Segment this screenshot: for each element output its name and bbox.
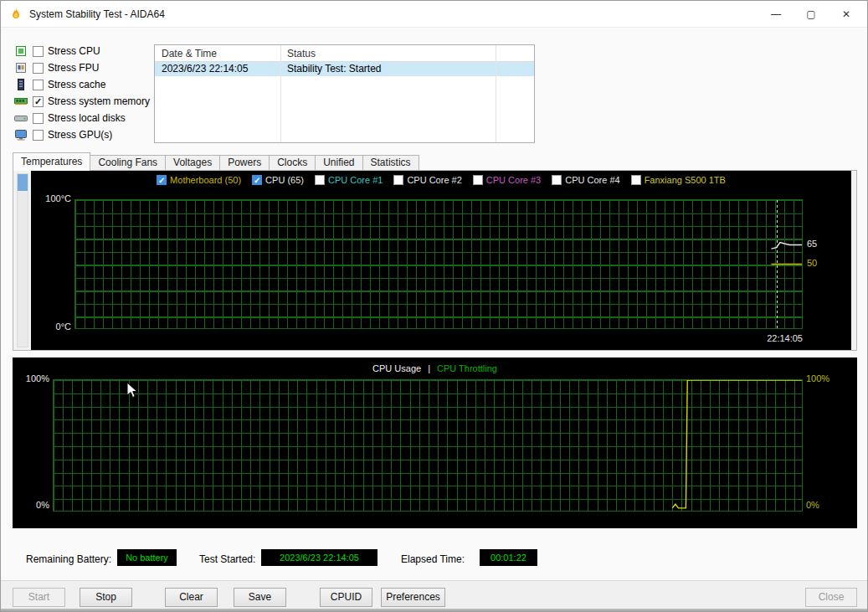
legend-cpu-core-4-label: CPU Core #4 <box>565 175 619 185</box>
stress-cpu-label: Stress CPU <box>48 45 100 57</box>
legend-fanxiang-ssd-label: Fanxiang S500 1TB <box>645 175 726 185</box>
stability-test-window: System Stability Test - AIDA64 — ▢ ✕ Str… <box>0 0 868 612</box>
temperatures-tab-page: Motherboard (50) CPU (65) CPU Core #1 CP… <box>13 170 857 351</box>
tab-cooling-fans[interactable]: Cooling Fans <box>90 155 166 171</box>
window-title: System Stability Test - AIDA64 <box>29 1 165 28</box>
save-button[interactable]: Save <box>234 588 286 607</box>
usage-right-axis-max-label: 100% <box>806 373 829 383</box>
usage-chart-title: CPU Usage|CPU Throttling <box>13 363 857 373</box>
event-log-table[interactable]: Date & Time Status 2023/6/23 22:14:05 St… <box>154 44 535 143</box>
tab-clocks[interactable]: Clocks <box>270 155 316 171</box>
tab-powers[interactable]: Powers <box>220 155 270 171</box>
legend-cpu-core-3-label: CPU Core #3 <box>486 175 541 185</box>
stop-button[interactable]: Stop <box>80 588 132 607</box>
cpu-icon <box>14 45 28 57</box>
maximize-button[interactable]: ▢ <box>794 1 829 28</box>
legend-cpu-core-1-checkbox[interactable] <box>315 175 325 185</box>
stress-memory-checkbox[interactable] <box>33 96 44 107</box>
table-column-divider <box>280 45 281 142</box>
cpuid-button[interactable]: CPUID <box>320 588 372 607</box>
legend-motherboard[interactable]: Motherboard (50) <box>157 175 241 185</box>
stress-option-gpu[interactable]: Stress GPU(s) <box>14 126 150 143</box>
usage-title-cpu-usage: CPU Usage <box>372 363 421 373</box>
minimize-button[interactable]: — <box>758 1 794 28</box>
legend-cpu-core-1[interactable]: CPU Core #1 <box>315 175 383 185</box>
usage-axis-max-label: 100% <box>18 373 49 383</box>
window-controls: — ▢ ✕ <box>758 1 864 28</box>
stress-gpu-checkbox[interactable] <box>33 130 44 141</box>
temp-axis-max-label: 100°C <box>39 193 71 203</box>
usage-axis-min-label: 0% <box>18 500 49 510</box>
title-bar[interactable]: System Stability Test - AIDA64 — ▢ ✕ <box>1 1 867 28</box>
log-row-test-started[interactable]: 2023/6/23 22:14:05 Stability Test: Start… <box>155 62 534 76</box>
preferences-button[interactable]: Preferences <box>381 588 445 607</box>
memory-icon <box>14 95 28 107</box>
stress-option-memory[interactable]: Stress system memory <box>14 93 150 110</box>
stress-option-disks[interactable]: Stress local disks <box>14 110 150 126</box>
stress-option-cpu[interactable]: Stress CPU <box>14 43 150 59</box>
log-cell-datetime: 2023/6/23 22:14:05 <box>162 62 248 76</box>
stress-option-cache[interactable]: Stress cache <box>14 76 150 93</box>
usage-right-axis-min-label: 0% <box>806 500 819 510</box>
temperature-chart: Motherboard (50) CPU (65) CPU Core #1 CP… <box>31 171 851 350</box>
clear-button[interactable]: Clear <box>165 588 218 607</box>
legend-cpu-core-2-label: CPU Core #2 <box>407 175 461 185</box>
legend-cpu-core-4[interactable]: CPU Core #4 <box>552 175 619 185</box>
remaining-battery-label: Remaining Battery: <box>26 553 111 565</box>
legend-cpu-core-4-checkbox[interactable] <box>552 175 562 185</box>
stress-memory-label: Stress system memory <box>48 95 150 107</box>
legend-cpu-core-1-label: CPU Core #1 <box>328 175 383 185</box>
stress-disks-checkbox[interactable] <box>33 113 44 124</box>
legend-cpu-core-2-checkbox[interactable] <box>393 175 403 185</box>
stress-gpu-label: Stress GPU(s) <box>48 129 112 141</box>
stress-fpu-checkbox[interactable] <box>33 63 44 74</box>
usage-title-cpu-throttling: CPU Throttling <box>437 363 497 373</box>
temperature-legend: Motherboard (50) CPU (65) CPU Core #1 CP… <box>31 175 851 185</box>
close-window-button[interactable]: ✕ <box>829 1 864 28</box>
stress-disks-label: Stress local disks <box>48 112 126 124</box>
chart-scrollbar[interactable] <box>17 173 28 347</box>
chart-scrollbar-thumb[interactable] <box>18 174 28 191</box>
temp-axis-min-label: 0°C <box>39 321 71 332</box>
temp-time-axis-label: 22:14:05 <box>732 333 803 343</box>
legend-motherboard-label: Motherboard (50) <box>170 175 241 185</box>
legend-cpu-core-2[interactable]: CPU Core #2 <box>393 175 461 185</box>
temp-current-motherboard-value: 50 <box>807 258 817 268</box>
start-button[interactable]: Start <box>13 588 65 607</box>
test-started-value: 2023/6/23 22:14:05 <box>261 549 378 566</box>
close-button[interactable]: Close <box>805 588 857 607</box>
tab-statistics[interactable]: Statistics <box>363 155 419 171</box>
log-cell-status: Stability Test: Started <box>287 62 382 76</box>
usage-title-separator: | <box>428 363 430 373</box>
table-column-divider <box>496 45 496 142</box>
remaining-battery-value: No battery <box>117 549 177 566</box>
aida64-flame-icon <box>9 8 23 21</box>
column-header-datetime[interactable]: Date & Time <box>162 45 217 62</box>
tab-temperatures[interactable]: Temperatures <box>13 152 90 171</box>
fpu-icon <box>14 62 28 74</box>
disk-icon <box>14 112 28 124</box>
usage-plot-area <box>53 379 803 512</box>
temperature-plot-area <box>74 199 803 329</box>
legend-cpu-label: CPU (65) <box>265 175 304 185</box>
status-row: Remaining Battery: No battery Test Start… <box>1 543 867 573</box>
stress-cpu-checkbox[interactable] <box>33 46 44 57</box>
legend-fanxiang-ssd-checkbox[interactable] <box>631 175 641 185</box>
legend-cpu[interactable]: CPU (65) <box>252 175 304 185</box>
stress-fpu-label: Stress FPU <box>48 62 99 74</box>
gpu-icon <box>14 129 28 141</box>
legend-fanxiang-ssd[interactable]: Fanxiang S500 1TB <box>631 175 726 185</box>
stress-options-list: Stress CPU Stress FPU Stress cache Stres… <box>14 43 150 143</box>
stress-cache-checkbox[interactable] <box>33 80 44 90</box>
legend-cpu-core-3[interactable]: CPU Core #3 <box>473 175 541 185</box>
window-bottom-edge <box>1 609 867 612</box>
cache-icon <box>14 79 28 90</box>
tab-voltages[interactable]: Voltages <box>166 155 220 171</box>
elapsed-time-value: 00:01:22 <box>480 549 537 566</box>
legend-cpu-checkbox[interactable] <box>252 175 262 185</box>
legend-cpu-core-3-checkbox[interactable] <box>473 175 483 185</box>
stress-option-fpu[interactable]: Stress FPU <box>14 59 150 76</box>
legend-motherboard-checkbox[interactable] <box>157 175 167 185</box>
column-header-status[interactable]: Status <box>287 45 316 62</box>
tab-unified[interactable]: Unified <box>316 155 362 171</box>
